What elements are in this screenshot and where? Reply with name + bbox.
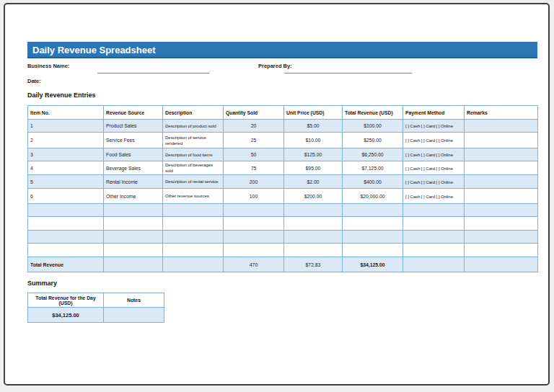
total-row-label[interactable]: Total Revenue <box>28 257 104 272</box>
cell-item-no[interactable]: 1 <box>28 120 104 133</box>
cell-total-revenue[interactable]: $400.00 <box>343 175 403 189</box>
business-name-field[interactable] <box>97 73 209 74</box>
cell-unit-price[interactable]: $5.00 <box>284 120 343 133</box>
cell-description[interactable]: Description of food items <box>163 148 224 161</box>
empty-cell[interactable] <box>104 204 163 217</box>
cell-item-no[interactable]: 2 <box>28 133 104 148</box>
empty-cell[interactable] <box>343 231 403 244</box>
cell-quantity-sold[interactable]: 50 <box>224 148 284 161</box>
cell-remarks[interactable] <box>465 120 538 133</box>
cell-revenue-source[interactable]: Service Fees <box>104 133 163 148</box>
cell-unit-price[interactable]: $95.00 <box>284 161 343 175</box>
empty-cell[interactable] <box>403 204 465 217</box>
cell-payment-method[interactable]: [ ] Cash [ ] Card [ ] Online <box>403 148 465 161</box>
empty-cell[interactable] <box>104 231 163 244</box>
empty-cell[interactable] <box>403 257 465 272</box>
cell-item-no[interactable]: 5 <box>28 175 104 189</box>
empty-cell[interactable] <box>28 244 104 257</box>
cell-description[interactable]: Description of rental service <box>163 175 224 189</box>
cell-unit-price[interactable]: $125.00 <box>284 148 343 161</box>
empty-cell[interactable] <box>284 204 343 217</box>
cell-revenue-source[interactable]: Rental Income <box>104 175 163 189</box>
empty-cell[interactable] <box>163 257 224 272</box>
empty-cell[interactable] <box>224 231 284 244</box>
total-unit-price[interactable]: $72.83 <box>284 257 343 272</box>
empty-cell[interactable] <box>284 231 343 244</box>
cell-remarks[interactable] <box>465 148 538 161</box>
cell-item-no[interactable]: 6 <box>28 189 104 204</box>
cell-payment-method[interactable]: [ ] Cash [ ] Card [ ] Online <box>403 175 465 189</box>
cell-quantity-sold[interactable]: 100 <box>224 189 284 204</box>
cell-description[interactable]: Description of product sold <box>163 120 224 133</box>
spreadsheet-page: Daily Revenue Spreadsheet Business Name:… <box>4 3 550 386</box>
empty-cell[interactable] <box>284 244 343 257</box>
empty-cell[interactable] <box>343 244 403 257</box>
cell-description[interactable]: Description of service rendered <box>163 133 224 148</box>
cell-payment-method[interactable]: [ ] Cash [ ] Card [ ] Online <box>403 120 465 133</box>
empty-cell[interactable] <box>163 244 224 257</box>
empty-cell[interactable] <box>104 244 163 257</box>
cell-quantity-sold[interactable]: 25 <box>224 133 284 148</box>
empty-cell[interactable] <box>465 257 538 272</box>
cell-remarks[interactable] <box>465 161 538 175</box>
cell-unit-price[interactable]: $2.00 <box>284 175 343 189</box>
cell-remarks[interactable] <box>465 189 538 204</box>
cell-revenue-source[interactable]: Other Income <box>104 189 163 204</box>
cell-description[interactable]: Description of beverages sold <box>163 161 224 175</box>
empty-cell[interactable] <box>403 217 465 231</box>
cell-item-no[interactable]: 3 <box>28 148 104 161</box>
summary-col-notes: Notes <box>104 293 164 308</box>
table-row: 5 Rental Income Description of rental se… <box>28 175 538 189</box>
cell-revenue-source[interactable]: Food Sales <box>104 148 163 161</box>
cell-revenue-source[interactable]: Beverage Sales <box>104 161 163 175</box>
empty-table-row <box>28 204 538 217</box>
cell-remarks[interactable] <box>465 175 538 189</box>
cell-unit-price[interactable]: $200.00 <box>284 189 343 204</box>
empty-cell[interactable] <box>163 217 224 231</box>
empty-cell[interactable] <box>343 217 403 231</box>
cell-item-no[interactable]: 4 <box>28 161 104 175</box>
cell-quantity-sold[interactable]: 75 <box>224 161 284 175</box>
empty-cell[interactable] <box>163 231 224 244</box>
cell-remarks[interactable] <box>465 133 538 148</box>
total-revenue-value[interactable]: $34,125.00 <box>343 257 403 272</box>
empty-cell[interactable] <box>104 217 163 231</box>
cell-total-revenue[interactable]: $20,000.00 <box>343 189 403 204</box>
total-quantity-sold[interactable]: 470 <box>224 257 284 272</box>
cell-payment-method[interactable]: [ ] Cash [ ] Card [ ] Online <box>403 189 465 204</box>
empty-cell[interactable] <box>465 217 538 231</box>
empty-cell[interactable] <box>465 244 538 257</box>
empty-cell[interactable] <box>343 204 403 217</box>
cell-payment-method[interactable]: [ ] Cash [ ] Card [ ] Online <box>403 161 465 175</box>
empty-cell[interactable] <box>465 204 538 217</box>
summary-table: Total Revenue for the Day (USD) Notes $3… <box>27 293 164 323</box>
empty-cell[interactable] <box>224 217 284 231</box>
cell-quantity-sold[interactable]: 200 <box>224 175 284 189</box>
empty-cell[interactable] <box>224 204 284 217</box>
empty-cell[interactable] <box>163 204 224 217</box>
col-header-quantity-sold: Quantity Sold <box>224 106 284 120</box>
empty-cell[interactable] <box>284 217 343 231</box>
prepared-by-field[interactable] <box>284 73 412 74</box>
cell-description[interactable]: Other revenue sources <box>163 189 224 204</box>
empty-cell[interactable] <box>104 257 163 272</box>
cell-quantity-sold[interactable]: 20 <box>224 120 284 133</box>
cell-total-revenue[interactable]: $250.00 <box>343 133 403 148</box>
cell-unit-price[interactable]: $10.00 <box>284 133 343 148</box>
summary-total-value[interactable]: $34,125.00 <box>28 308 104 323</box>
col-header-unit-price: Unit Price (USD) <box>284 106 343 120</box>
empty-cell[interactable] <box>224 244 284 257</box>
empty-cell[interactable] <box>28 204 104 217</box>
cell-total-revenue[interactable]: $7,125.00 <box>343 161 403 175</box>
cell-total-revenue[interactable]: $6,250.00 <box>343 148 403 161</box>
empty-cell[interactable] <box>403 231 465 244</box>
empty-cell[interactable] <box>28 217 104 231</box>
cell-revenue-source[interactable]: Product Sales <box>104 120 163 133</box>
empty-cell[interactable] <box>28 231 104 244</box>
business-name-label: Business Name: <box>27 63 69 69</box>
summary-notes-value[interactable] <box>104 308 164 323</box>
cell-total-revenue[interactable]: $100.00 <box>343 120 403 133</box>
cell-payment-method[interactable]: [ ] Cash [ ] Card [ ] Online <box>403 133 465 148</box>
empty-cell[interactable] <box>465 231 538 244</box>
empty-cell[interactable] <box>403 244 465 257</box>
